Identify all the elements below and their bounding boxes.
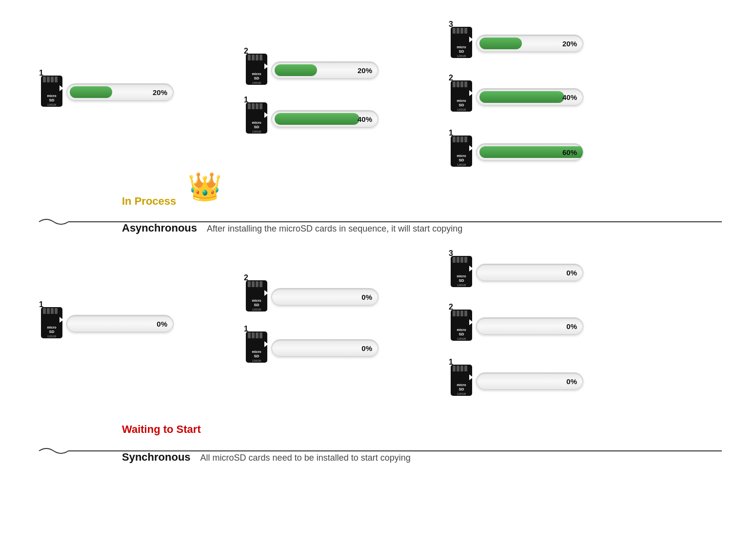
progress-bar: 40% xyxy=(476,88,583,106)
card-number: 2 xyxy=(449,303,453,311)
card-number: 2 xyxy=(244,47,248,56)
async-col1-card1: 1 micro SD 128GB 20% xyxy=(39,76,174,109)
svg-text:128GB: 128GB xyxy=(457,163,466,166)
svg-text:micro: micro xyxy=(47,94,56,97)
progress-label: 40% xyxy=(562,93,577,101)
sync-col1-card1: 1 micro SD 128GB 0% xyxy=(39,307,174,340)
sd-card-icon: 2 micro SD 128GB xyxy=(244,54,269,87)
sd-card-icon: 1 micro SD 128GB xyxy=(39,307,64,340)
sync-col2-card1: 1 micro SD 128GB 0% xyxy=(244,331,378,365)
svg-rect-67 xyxy=(256,281,259,287)
svg-rect-48 xyxy=(460,136,463,142)
svg-rect-30 xyxy=(460,28,463,34)
svg-text:micro: micro xyxy=(47,326,56,329)
sd-card-icon: 2 micro SD 128GB xyxy=(449,80,474,114)
progress-bar: 20% xyxy=(271,61,378,79)
progress-bar: 40% xyxy=(271,110,378,128)
progress-label: 60% xyxy=(562,148,577,156)
in-process-title: In Process xyxy=(122,195,176,207)
svg-text:128GB: 128GB xyxy=(47,103,57,106)
crown-icon: 👑 xyxy=(188,173,222,200)
card-number: 1 xyxy=(244,96,248,104)
svg-text:micro: micro xyxy=(252,121,261,124)
svg-text:SD: SD xyxy=(458,49,464,54)
svg-rect-66 xyxy=(252,281,255,287)
svg-text:micro: micro xyxy=(457,328,466,331)
svg-text:SD: SD xyxy=(254,354,259,358)
svg-text:128GB: 128GB xyxy=(457,108,466,111)
svg-text:128GB: 128GB xyxy=(457,55,466,58)
svg-text:micro: micro xyxy=(252,350,261,353)
async-mode-label: Asynchronous xyxy=(122,222,197,234)
progress-label: 20% xyxy=(153,88,167,97)
card-number: 3 xyxy=(449,249,453,258)
sd-card-icon: 1 micro SD 128GB xyxy=(39,76,64,109)
svg-text:128GB: 128GB xyxy=(252,359,261,362)
waiting-title: Waiting to Start xyxy=(122,423,201,435)
card-number: 1 xyxy=(39,69,43,78)
svg-rect-84 xyxy=(457,257,459,263)
async-col3-card3: 3 micro SD 128GB 20% xyxy=(449,27,583,60)
progress-fill xyxy=(70,86,112,98)
svg-text:128GB: 128GB xyxy=(457,392,466,395)
svg-rect-76 xyxy=(256,332,259,338)
progress-bar: 0% xyxy=(271,288,378,306)
in-process-label: In Process xyxy=(122,195,176,208)
progress-fill xyxy=(275,64,317,76)
svg-rect-29 xyxy=(457,28,459,34)
svg-text:128GB: 128GB xyxy=(252,81,261,84)
svg-rect-12 xyxy=(256,55,259,60)
progress-fill xyxy=(479,91,564,103)
svg-text:SD: SD xyxy=(254,125,259,129)
progress-bar: 20% xyxy=(476,35,583,52)
progress-label: 20% xyxy=(358,66,372,75)
card-number: 1 xyxy=(449,358,453,367)
svg-text:micro: micro xyxy=(457,99,466,102)
sync-col2-card2: 2 micro SD 128GB 0% xyxy=(244,280,378,313)
svg-rect-58 xyxy=(51,308,54,314)
progress-label: 0% xyxy=(157,320,167,328)
sd-card-icon: 1 micro SD 128GB xyxy=(449,136,474,169)
svg-text:SD: SD xyxy=(458,387,464,391)
svg-rect-39 xyxy=(460,81,463,87)
svg-rect-77 xyxy=(259,332,262,338)
svg-rect-21 xyxy=(256,103,259,109)
sd-card-icon: 2 micro SD 128GB xyxy=(244,280,269,313)
svg-rect-4 xyxy=(55,77,58,82)
sync-mode-label: Synchronous xyxy=(122,451,191,464)
svg-text:micro: micro xyxy=(457,383,466,387)
svg-rect-59 xyxy=(55,308,58,314)
card-number: 1 xyxy=(39,300,43,309)
svg-rect-40 xyxy=(464,81,467,87)
svg-text:SD: SD xyxy=(458,103,464,107)
progress-label: 0% xyxy=(566,377,577,386)
svg-rect-68 xyxy=(259,281,262,287)
card-number: 2 xyxy=(449,74,453,82)
svg-rect-75 xyxy=(252,332,255,338)
progress-label: 0% xyxy=(361,344,372,352)
card-number: 3 xyxy=(449,20,453,29)
svg-rect-20 xyxy=(252,103,255,109)
sd-card-icon: 3 micro SD 128GB xyxy=(449,27,474,60)
sync-col3-card1: 1 micro SD 128GB 0% xyxy=(449,365,583,398)
progress-bar: 0% xyxy=(476,317,583,335)
svg-rect-104 xyxy=(464,366,467,371)
card-number: 1 xyxy=(449,129,453,137)
svg-text:SD: SD xyxy=(458,332,464,336)
svg-rect-57 xyxy=(47,308,50,314)
sync-col3-card3: 3 micro SD 128GB 0% xyxy=(449,256,583,289)
progress-bar: 0% xyxy=(66,315,174,332)
progress-fill xyxy=(275,113,359,125)
sd-card-icon: 1 micro SD 128GB xyxy=(244,331,269,365)
svg-text:128GB: 128GB xyxy=(457,337,466,340)
svg-text:SD: SD xyxy=(254,76,259,80)
card-number: 1 xyxy=(244,325,248,333)
sd-card-icon: 2 micro SD 128GB xyxy=(449,310,474,343)
svg-rect-93 xyxy=(457,311,459,316)
async-col3-card1: 1 micro SD 128GB 60% xyxy=(449,136,583,169)
progress-label: 0% xyxy=(566,269,577,277)
progress-bar: 0% xyxy=(476,264,583,281)
svg-text:128GB: 128GB xyxy=(457,284,466,287)
svg-rect-102 xyxy=(457,366,459,371)
svg-text:micro: micro xyxy=(457,45,466,49)
